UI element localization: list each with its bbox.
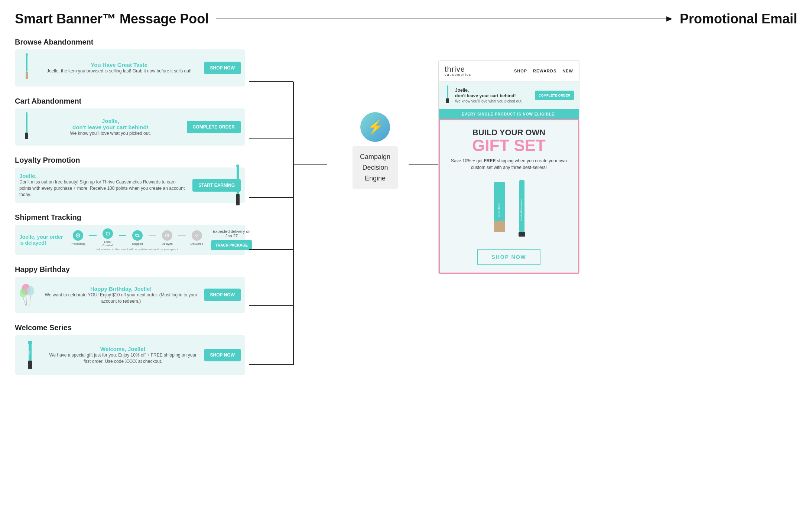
welcome-banner: thrive Welcome, Joelle! We have a specia… [15, 335, 245, 375]
step-label-delivered: Delivered [191, 242, 203, 245]
nav-shop[interactable]: SHOP [514, 69, 527, 73]
birthday-text-area: Happy Birthday, Joelle! We want to celeb… [42, 286, 200, 305]
svg-text:thrive: thrive [28, 351, 30, 355]
lightning-icon: ⚡ [367, 119, 384, 135]
email-cart-product-icon [444, 85, 451, 105]
browse-banner: You Have Great Taste Joelle, the item yo… [15, 49, 245, 87]
cart-complete-button[interactable]: COMPLETE ORDER [187, 121, 241, 133]
loyalty-subtext: Don't miss out on free beauty! Sign up f… [19, 179, 188, 198]
decision-label-1: Campaign [360, 152, 390, 162]
welcome-title: Welcome Series [15, 323, 245, 332]
svg-text:thrive liquid lash extension: thrive liquid lash extension [520, 199, 522, 221]
birthday-subtext: We want to celebrate YOU! Enjoy $10 off … [42, 292, 200, 305]
product-images: thrive causemetics thrive liquid lash ex… [447, 178, 571, 238]
step-processing: Processing [67, 230, 89, 245]
cart-subtext: We know you'll love what you picked out. [39, 130, 182, 137]
step-shipped: Shipped [126, 230, 149, 245]
email-cart-button[interactable]: COMPLETE ORDER [535, 91, 574, 100]
birthday-title: Happy Birthday [15, 265, 245, 274]
email-cart-banner: Joelle,don't leave your cart behind! We … [439, 82, 579, 109]
gift-set-title2: GIFT SET [447, 137, 571, 154]
email-cart-text: Joelle,don't leave your cart behind! We … [455, 88, 531, 103]
tracking-steps: Processing LabelCreated [67, 228, 208, 251]
left-title: Smart Banner™ Message Pool [15, 11, 209, 27]
brand-thrive-text: thrive [445, 65, 471, 73]
step-line-4 [178, 235, 186, 236]
svg-rect-4 [25, 133, 28, 139]
svg-rect-34 [446, 98, 449, 103]
page-header: Smart Banner™ Message Pool Promotional E… [15, 11, 797, 27]
browse-text-area: You Have Great Taste Joelle, the item yo… [39, 62, 200, 74]
birthday-shop-button[interactable]: SHOP NOW [204, 289, 241, 301]
cart-headline: Joelle,don't leave your cart behind! [39, 118, 182, 130]
svg-line-18 [30, 296, 30, 306]
step-circle-processing [73, 230, 83, 241]
svg-rect-40 [519, 232, 525, 237]
email-preview: thrive causemetics SHOP REWARDS NEW Joel… [438, 60, 579, 274]
step-line-1 [89, 235, 97, 236]
loyalty-title: Loyalty Promotion [15, 156, 245, 165]
step-delayed: Delayed [156, 230, 178, 245]
brand-name: thrive causemetics [445, 65, 471, 77]
svg-rect-36 [494, 221, 505, 232]
cart-product-img [19, 112, 34, 142]
step-label-processing: Processing [71, 242, 85, 245]
step-circle-delayed [162, 230, 172, 241]
step-line-3 [149, 235, 156, 236]
svg-rect-0 [26, 53, 27, 72]
svg-rect-33 [447, 85, 448, 98]
step-label-shipped: Shipped [132, 242, 143, 245]
tracking-info: Information in this email will be update… [97, 248, 179, 251]
svg-rect-21 [28, 361, 32, 369]
email-nav: thrive causemetics SHOP REWARDS NEW [439, 61, 579, 82]
main-layout: Browse Abandonment You Have Great Taste … [15, 38, 797, 448]
birthday-banner: Happy Birthday, Joelle! We want to celeb… [15, 277, 245, 313]
loyalty-mascara-icon [234, 165, 241, 211]
email-nav-links: SHOP REWARDS NEW [514, 69, 573, 73]
svg-point-12 [138, 236, 139, 237]
product-2: thrive liquid lash extension [516, 178, 527, 238]
email-shop-now-button[interactable]: SHOP NOW [477, 249, 540, 265]
loyalty-name: Joelle, [19, 173, 188, 179]
step-circle-delivered [192, 230, 202, 241]
welcome-shop-button[interactable]: SHOP NOW [204, 349, 241, 361]
svg-point-2 [26, 53, 28, 56]
balloons-icon [19, 282, 38, 308]
svg-rect-22 [28, 341, 32, 344]
header-arrow [216, 19, 672, 19]
cart-text-area: Joelle,don't leave your cart behind! We … [39, 118, 182, 137]
browse-headline: You Have Great Taste [39, 62, 200, 68]
svg-point-16 [20, 289, 26, 297]
decision-engine-circle: ⚡ [360, 112, 390, 142]
svg-rect-3 [26, 112, 27, 133]
svg-rect-1 [26, 72, 28, 79]
email-cart-headline: Joelle,don't leave your cart behind! [455, 88, 531, 99]
step-delivered: Delivered [186, 230, 208, 245]
svg-line-19 [23, 297, 26, 306]
svg-line-17 [26, 295, 27, 306]
welcome-section: Welcome Series thrive Welcome, Joelle! W… [15, 323, 245, 375]
browse-shop-button[interactable]: SHOP NOW [204, 62, 241, 74]
right-title: Promotional Email [680, 11, 797, 27]
welcome-product-img: thrive [19, 340, 42, 370]
cart-title: Cart Abandonment [15, 97, 245, 105]
email-promo-banner: EVERY SINGLE PRODUCT IS NOW ELIGIBLE! [439, 109, 579, 119]
step-circle-label [103, 228, 113, 239]
decision-to-email-connector [409, 38, 438, 448]
cart-abandonment-section: Cart Abandonment Joelle,don't leave your… [15, 97, 245, 146]
shipment-banner: Joelle, your order is delayed! Processin… [15, 225, 245, 255]
svg-point-11 [136, 236, 137, 237]
loyalty-section: Loyalty Promotion Joelle, Don't miss out… [15, 156, 245, 203]
nav-rewards[interactable]: REWARDS [533, 69, 556, 73]
welcome-text-area: Welcome, Joelle! We have a special gift … [46, 346, 200, 365]
connector-lines [245, 38, 342, 446]
connector-area [245, 38, 342, 448]
birthday-section: Happy Birthday Happy Birthday, Joelle! [15, 265, 245, 313]
loyalty-text-area: Joelle, Don't miss out on free beauty! S… [19, 173, 188, 198]
welcome-headline: Welcome, Joelle! [46, 346, 200, 352]
connector-right [409, 38, 438, 446]
loyalty-earning-button[interactable]: START EARNING [192, 179, 241, 192]
nav-new[interactable]: NEW [562, 69, 573, 73]
message-pool: Browse Abandonment You Have Great Taste … [15, 38, 245, 386]
gift-set-title1: BUILD YOUR OWN [447, 128, 571, 137]
